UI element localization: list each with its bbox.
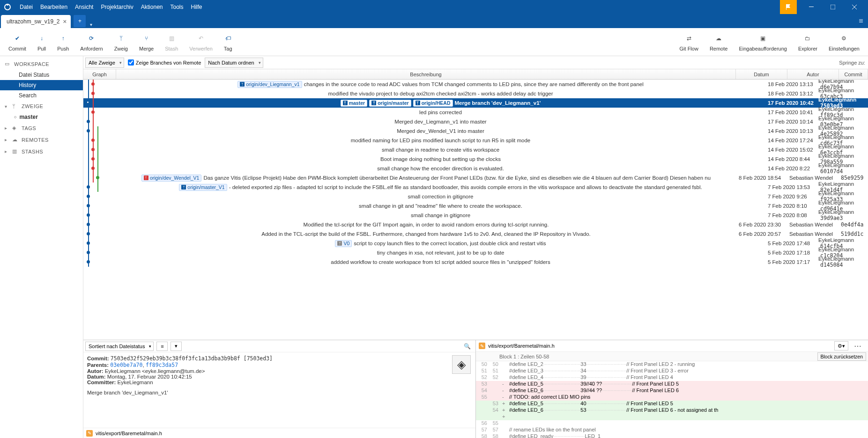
commit-row[interactable]: small change in gitignore7 Feb 2020 8:08… — [83, 211, 868, 220]
svg-rect-3 — [809, 7, 814, 7]
filter-bar: Alle Zweige Zeige Branches von Remote Na… — [83, 56, 868, 69]
show-remote-branches-checkbox[interactable]: Zeige Branches von Remote — [128, 59, 201, 66]
commit-row[interactable]: ᛘorigin/dev_Wendel_V1Das ganze Vitis (Ec… — [83, 173, 868, 182]
remote-button[interactable]: ☁Remote — [704, 29, 734, 55]
commit-row[interactable]: addded workflow to create workspace from… — [83, 257, 868, 267]
changed-file-row[interactable]: ✎ vitis/export/Baremetal/main.h — [83, 428, 475, 438]
branch-tag[interactable]: ᛘorigin/dev_Liegmann_v1 — [237, 81, 302, 88]
push-button[interactable]: ↑Push — [52, 29, 74, 55]
close-icon[interactable]: × — [61, 18, 68, 25]
col-graph[interactable]: Graph — [83, 69, 116, 79]
fetch-button[interactable]: ⟳Anfordern — [74, 29, 108, 55]
minimize-button[interactable] — [801, 0, 822, 14]
commit-row[interactable]: modified the vivado project to debug axi… — [83, 89, 868, 98]
explorer-button[interactable]: 🗀Explorer — [793, 29, 823, 55]
col-date[interactable]: Datum — [736, 69, 787, 79]
workspace-icon: ▭ — [5, 61, 11, 67]
stash-icon: ▥ — [12, 148, 19, 154]
branch-tag[interactable]: ᛘmaster — [341, 100, 367, 107]
remote-icon: ☁ — [716, 33, 721, 44]
new-tab-menu-chevron-icon[interactable]: ▾ — [88, 22, 94, 27]
menu-hilfe[interactable]: Hilfe — [187, 4, 206, 10]
settings-button[interactable]: ⚙Einstellungen — [823, 29, 865, 55]
commit-row[interactable]: small change in readme to create vitis w… — [83, 145, 868, 154]
commit-row[interactable]: led pins corrected17 Feb 2020 10:41EykeL… — [83, 108, 868, 117]
revert-hunk-button[interactable]: Block zurücksetzen — [817, 352, 866, 361]
commit-details-pane: Sortiert nach Dateistatus ≡ ▾ 🔍 ◈ Commit… — [83, 340, 476, 438]
more-icon[interactable]: ⋯ — [851, 342, 865, 350]
branch-tag[interactable]: ᛘV0 — [335, 240, 352, 247]
commit-row[interactable]: ᛘorigin/dev_Liegmann_v1changes in the so… — [83, 80, 868, 89]
branch-tag[interactable]: ᛘorigin/master — [369, 100, 411, 107]
close-button[interactable] — [844, 0, 865, 14]
branch-tag[interactable]: ᛘorigin/HEAD — [413, 100, 453, 107]
sidebar-item-history[interactable]: History — [0, 80, 83, 90]
commit-list[interactable]: ᛘorigin/dev_Liegmann_v1changes in the so… — [83, 80, 868, 340]
view-mode-chevron-icon[interactable]: ▾ — [171, 342, 182, 351]
repo-tab[interactable]: ultrazohm_sw_v19_2 × — [1, 15, 71, 28]
menu-bearbeiten[interactable]: Bearbeiten — [37, 4, 71, 10]
notification-flag-icon[interactable] — [780, 0, 797, 14]
chevron-down-icon: ▾ — [5, 104, 9, 109]
diff-settings-button[interactable]: ⚙ ▾ — [834, 341, 848, 350]
diff-file-path: vitis/export/Baremetal/main.h — [488, 343, 555, 349]
commit-row[interactable]: tiny changes in xsa, not relevant, just … — [83, 248, 868, 257]
discard-button: ↶Verwerfen — [184, 29, 218, 55]
sidebar-branch-master[interactable]: ○master — [0, 112, 83, 122]
menu-datei[interactable]: Datei — [16, 4, 37, 10]
maximize-button[interactable] — [822, 0, 844, 14]
parent-link[interactable]: ff89c3da57 — [146, 362, 178, 368]
commit-row[interactable]: ᛘV0script to copy launch files to the co… — [83, 239, 868, 248]
commit-row[interactable]: small change how the encoder direction i… — [83, 164, 868, 173]
diff-content[interactable]: 5050 #define LED_2······················… — [476, 361, 868, 438]
svg-rect-2 — [786, 4, 786, 10]
commit-row[interactable]: small change in git and "readme" file wh… — [83, 201, 868, 211]
commit-row[interactable]: modified naming for LED pins modified la… — [83, 136, 868, 145]
commit-row[interactable]: Merged dev_Wendel_V1 into master14 Feb 2… — [83, 126, 868, 136]
branch-filter-dropdown[interactable]: Alle Zweige — [85, 58, 124, 68]
branch-icon: ᛘ — [181, 185, 186, 190]
cli-button[interactable]: ▣Eingabeaufforderung — [733, 29, 793, 55]
sidebar-section-stashes[interactable]: ▸▥STASHS — [0, 146, 83, 157]
menu-icon[interactable]: ≡ — [854, 14, 868, 28]
commit-row[interactable]: Boot image doing nothing but setting up … — [83, 154, 868, 164]
commit-row[interactable]: Merged dev_Liegmann_v1 into master17 Feb… — [83, 117, 868, 126]
stash-icon: ▥ — [169, 33, 174, 44]
sidebar-section-remotes[interactable]: ▸☁REMOTES — [0, 134, 83, 146]
col-author[interactable]: Autor — [787, 69, 839, 79]
sidebar-section-tags[interactable]: ▸◈TAGS — [0, 122, 83, 134]
commit-row[interactable]: ᛘmasterᛘorigin/masterᛘorigin/HEADMerge b… — [83, 98, 868, 108]
col-description[interactable]: Beschreibung — [116, 69, 736, 79]
gitflow-button[interactable]: ⇄Git Flow — [674, 29, 704, 55]
order-dropdown[interactable]: Nach Datum ordnen — [205, 58, 263, 68]
sidebar-section-workspace[interactable]: ▭WORKSPACE — [0, 58, 83, 70]
parent-link[interactable]: 03e0be7a70 — [110, 362, 142, 368]
commit-row[interactable]: ᛘorigin/master_V1- deleted exported zip … — [83, 182, 868, 192]
menu-projektarchiv[interactable]: Projektarchiv — [97, 4, 137, 10]
menu-tools[interactable]: Tools — [166, 4, 187, 10]
settings-icon: ⚙ — [841, 33, 846, 44]
branch-tag[interactable]: ᛘorigin/master_V1 — [179, 184, 227, 191]
commit-row[interactable]: Added in the TCL-script the build of the… — [83, 229, 868, 239]
pull-button[interactable]: ↓Pull — [32, 29, 52, 55]
branch-button[interactable]: ᛘZweig — [109, 29, 134, 55]
menu-ansicht[interactable]: Ansicht — [71, 4, 97, 10]
menu-aktionen[interactable]: Aktionen — [137, 4, 167, 10]
sidebar-section-branches[interactable]: ▾ᛘZWEIGE — [0, 101, 83, 112]
view-mode-button[interactable]: ≡ — [156, 342, 168, 351]
branch-icon: ᛘ — [240, 82, 245, 87]
file-sort-dropdown[interactable]: Sortiert nach Dateistatus — [85, 342, 154, 351]
sidebar-item-datei-status[interactable]: Datei Status — [0, 70, 83, 80]
sidebar-item-search[interactable]: Search — [0, 90, 83, 101]
commit-row[interactable]: small correction in gitignore7 Feb 2020 … — [83, 192, 868, 201]
new-tab-button[interactable]: + — [74, 15, 86, 27]
jump-to-label: Springe zu: — [839, 60, 866, 66]
search-icon[interactable]: 🔍 — [461, 343, 474, 350]
commit-row[interactable]: Modified the tcl-script for the GIT Impo… — [83, 220, 868, 229]
merge-button[interactable]: ⑂Merge — [134, 29, 159, 55]
col-commit[interactable]: Commit — [839, 69, 868, 79]
branch-tag[interactable]: ᛘorigin/dev_Wendel_V1 — [141, 175, 201, 182]
commit-button[interactable]: ✔Commit — [3, 29, 32, 55]
commit-table-header: Graph Beschreibung Datum Autor Commit — [83, 69, 868, 80]
tag-button[interactable]: 🏷Tag — [218, 29, 238, 55]
